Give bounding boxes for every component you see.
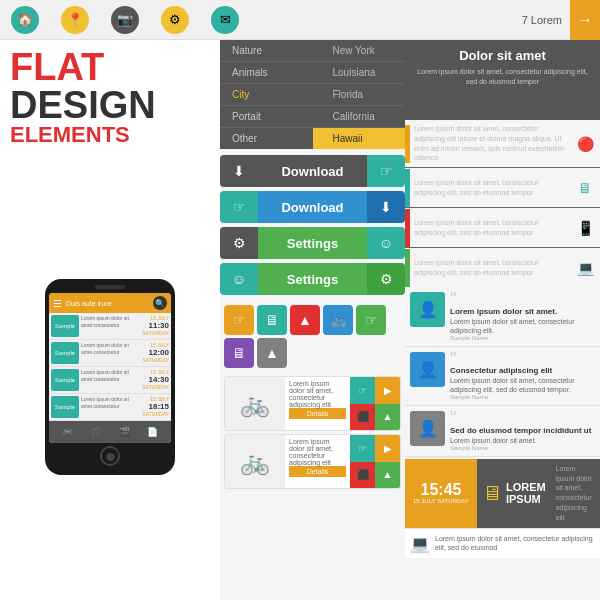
phone-row-date: 15 JULY12:00SATURDAY xyxy=(143,342,169,364)
nav-network-button[interactable]: ⚙ xyxy=(150,0,200,40)
home-icon: 🏠 xyxy=(11,6,39,34)
quote-name-3: Sed do eiusmod tempor incididunt ut xyxy=(450,426,595,435)
info-row-red: Lorem ipsum dolor sit amet, consectetur … xyxy=(405,209,600,248)
phone-row-description: Lorem ipsum dolor sit amet consectetur xyxy=(81,369,141,382)
dropdown-item-city[interactable]: City xyxy=(220,84,313,106)
product-action-row-top-2: ☞ ▶ xyxy=(350,435,400,462)
product-action-row-bot-1: ⬛ ▲ xyxy=(350,404,400,431)
phone-row-date: 15 JULY18:15SATURDAY xyxy=(143,396,169,418)
laptop-icon: 💻 xyxy=(410,534,430,554)
nav-arrow-button[interactable]: → xyxy=(570,0,600,40)
product-details-btn-2[interactable]: Details xyxy=(289,466,346,477)
dropdown-right-col: New York Louisiana Florida California Ha… xyxy=(313,40,406,149)
settings-label-green[interactable]: Settings xyxy=(258,227,367,259)
icon-tile-monitor[interactable]: 🖥 xyxy=(257,305,287,335)
icon-tile-hand2[interactable]: ☞ xyxy=(356,305,386,335)
phone-home-button[interactable]: ⬤ xyxy=(100,446,120,466)
title-flat: FLAT xyxy=(10,48,210,86)
settings-label-teal[interactable]: Settings xyxy=(258,263,367,295)
phone-doc-icon: 📄 xyxy=(147,427,158,437)
phone-search-button[interactable]: 🔍 xyxy=(153,296,167,310)
quote-avatar-2: 👤 xyxy=(410,352,445,387)
quote-mark-2: " xyxy=(450,352,595,366)
action-tile-red-1[interactable]: ⬛ xyxy=(350,404,375,431)
dropdown-sub-florida[interactable]: Florida xyxy=(313,84,406,106)
quote-text-1: Lorem ipsum dolor sit amet, consectetur … xyxy=(450,317,595,335)
quote-card-1: 👤 " Lorem ipsum dolor sit amet. Lorem ip… xyxy=(405,287,600,347)
title-design: DESIGN xyxy=(10,86,210,124)
phone-video-icon: 🎬 xyxy=(119,427,130,437)
quote-card-3: 👤 " Sed do eiusmod tempor incididunt ut … xyxy=(405,406,600,456)
nav-mail-button[interactable]: ✉ xyxy=(200,0,250,40)
icon-tile-monitor2[interactable]: 🖥 xyxy=(224,338,254,368)
nav-camera-button[interactable]: 📷 xyxy=(100,0,150,40)
action-tile-teal-1[interactable]: ☞ xyxy=(350,377,375,404)
nav-location-button[interactable]: 📍 xyxy=(50,0,100,40)
bottom-extra: 💻 Lorem ipsum dolor sit amet, consectetu… xyxy=(405,528,600,559)
action-tile-teal-2[interactable]: ☞ xyxy=(350,435,375,462)
product-actions-1: ☞ ▶ ⬛ ▲ xyxy=(350,377,400,430)
quote-content-2: " Consectetur adipiscing elit Lorem ipsu… xyxy=(450,352,595,401)
product-action-row-bot-2: ⬛ ▲ xyxy=(350,462,400,489)
action-tile-orange-2[interactable]: ▶ xyxy=(375,435,400,462)
nav-home-button[interactable]: 🏠 xyxy=(0,0,50,40)
download-label-blue[interactable]: Download xyxy=(258,191,367,223)
monitor-icon: 🖥 xyxy=(482,482,502,505)
camera-icon: 📷 xyxy=(111,6,139,34)
phone-thumbnail: Sample xyxy=(51,342,79,364)
download-button-blue: ☞ Download ⬇ xyxy=(220,191,405,223)
settings-icon-right-teal[interactable]: ⚙ xyxy=(367,263,405,295)
download-icon-right-blue[interactable]: ⬇ xyxy=(367,191,405,223)
bottom-time-block: 15:45 15 JULY SATURDAY xyxy=(405,459,477,528)
bottom-right-text: Lorem ipsum dolor sit amet, consectetur … xyxy=(551,459,600,528)
dropdown-sub-newyork[interactable]: New York xyxy=(313,40,406,62)
action-tile-green-2[interactable]: ▲ xyxy=(375,462,400,489)
quote-mark-3: " xyxy=(450,411,595,425)
action-tile-red-2[interactable]: ⬛ xyxy=(350,462,375,489)
top-info-text: Lorem ipsum dolor sit amet, consectetur … xyxy=(413,67,592,87)
phone-speaker xyxy=(95,285,125,289)
dropdown-sub-california[interactable]: California xyxy=(313,106,406,128)
download-label-dark[interactable]: Download xyxy=(258,155,367,187)
dropdown-item-portait[interactable]: Portait xyxy=(220,106,313,128)
settings-button-green: ⚙ Settings ☺ xyxy=(220,227,405,259)
dropdown-item-other[interactable]: Other xyxy=(220,128,313,149)
download-icon-left[interactable]: ⬇ xyxy=(220,155,258,187)
right-section: Dolor sit amet Lorem ipsum dolor sit ame… xyxy=(405,40,600,600)
action-tile-orange-1[interactable]: ▶ xyxy=(375,377,400,404)
product-actions-2: ☞ ▶ ⬛ ▲ xyxy=(350,435,400,488)
download-icon-right[interactable]: ☞ xyxy=(367,155,405,187)
icon-tile-hand[interactable]: ☞ xyxy=(224,305,254,335)
quote-content-3: " Sed do eiusmod tempor incididunt ut Lo… xyxy=(450,411,595,450)
dropdown-sub-hawaii[interactable]: Hawaii xyxy=(313,128,406,149)
bottom-title-area: 🖥 LOREM IPSUM xyxy=(477,459,551,528)
lorem-ipsum-text: LOREM xyxy=(506,481,546,493)
phone-row-text: Lorem ipsum dolor sit amet consectetur xyxy=(81,396,141,418)
icon-tile-bike[interactable]: 🚲 xyxy=(323,305,353,335)
icon-tile-chart[interactable]: ▲ xyxy=(290,305,320,335)
info-row-icon-blue: 🖥 xyxy=(570,180,600,196)
phone-list-item: Sample Lorem ipsum dolor sit amet consec… xyxy=(49,313,171,340)
dropdown-sub-louisiana[interactable]: Louisiana xyxy=(313,62,406,84)
settings-icon-left[interactable]: ⚙ xyxy=(220,227,258,259)
action-tile-green-1[interactable]: ▲ xyxy=(375,404,400,431)
product-details-btn-1[interactable]: Details xyxy=(289,408,346,419)
quote-avatar-3: 👤 xyxy=(410,411,445,446)
settings-icon-left-teal[interactable]: ☺ xyxy=(220,263,258,295)
dropdown-item-animals[interactable]: Animals xyxy=(220,62,313,84)
info-row-text-red: Lorem ipsum dolor sit amet, consectetur … xyxy=(410,214,570,242)
time-display: 15:45 xyxy=(421,482,462,498)
download-icon-left-blue[interactable]: ☞ xyxy=(220,191,258,223)
product-text-2: Lorem ipsum dolor sit amet, consectetur … xyxy=(289,438,346,466)
settings-icon-right[interactable]: ☺ xyxy=(367,227,405,259)
phone-gamepad-icon: 🎮 xyxy=(62,427,73,437)
left-section: FLAT DESIGN ELEMENTS ☰ Duis aute irure 🔍… xyxy=(0,40,220,600)
info-row-teal: Lorem ipsum dolor sit amet, consectetur … xyxy=(405,249,600,287)
phone-thumbnail: Sample xyxy=(51,396,79,418)
icon-tile-chart2[interactable]: ▲ xyxy=(257,338,287,368)
phone-search-text[interactable]: Duis aute irure xyxy=(66,300,149,307)
dropdown-item-nature[interactable]: Nature xyxy=(220,40,313,62)
icon-grid: ☞ 🖥 ▲ 🚲 ☞ 🖥 ▲ xyxy=(220,301,405,372)
phone-mockup: ☰ Duis aute irure 🔍 Sample Lorem ipsum d… xyxy=(45,279,175,475)
phone-thumbnail: Sample xyxy=(51,369,79,391)
